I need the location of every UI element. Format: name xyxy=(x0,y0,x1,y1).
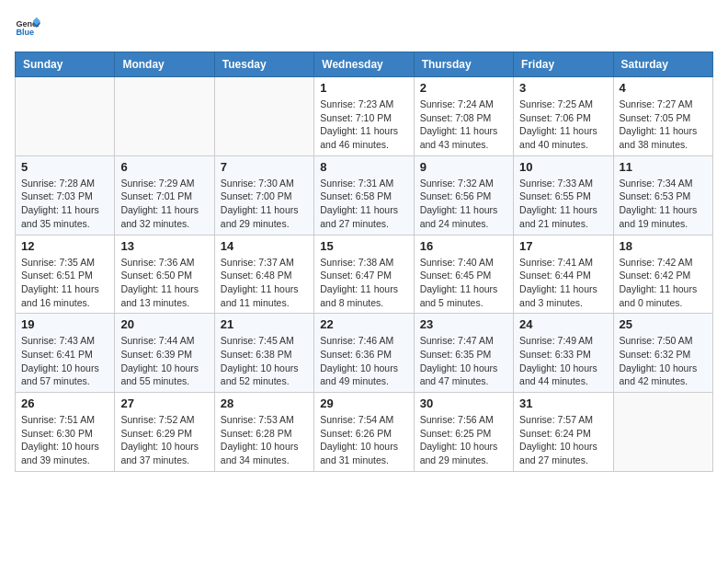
day-info: Sunrise: 7:40 AMSunset: 6:45 PMDaylight:… xyxy=(420,256,507,310)
day-info: Sunrise: 7:57 AMSunset: 6:24 PMDaylight:… xyxy=(519,413,607,467)
calendar-week-2: 5Sunrise: 7:28 AMSunset: 7:03 PMDaylight… xyxy=(16,155,713,235)
day-info: Sunrise: 7:38 AMSunset: 6:47 PMDaylight:… xyxy=(320,256,407,310)
day-info: Sunrise: 7:37 AMSunset: 6:48 PMDaylight:… xyxy=(221,256,308,310)
calendar-cell: 16Sunrise: 7:40 AMSunset: 6:45 PMDayligh… xyxy=(414,235,513,314)
calendar-cell: 19Sunrise: 7:43 AMSunset: 6:41 PMDayligh… xyxy=(16,314,115,393)
day-info: Sunrise: 7:31 AMSunset: 6:58 PMDaylight:… xyxy=(320,177,407,231)
day-number: 7 xyxy=(221,160,308,174)
calendar-cell: 13Sunrise: 7:36 AMSunset: 6:50 PMDayligh… xyxy=(115,235,214,314)
calendar-cell: 4Sunrise: 7:27 AMSunset: 7:05 PMDaylight… xyxy=(613,77,712,156)
header-friday: Friday xyxy=(514,52,613,77)
day-info: Sunrise: 7:29 AMSunset: 7:01 PMDaylight:… xyxy=(120,177,208,231)
day-number: 3 xyxy=(519,81,607,95)
calendar-cell: 10Sunrise: 7:33 AMSunset: 6:55 PMDayligh… xyxy=(514,155,613,235)
calendar-cell: 21Sunrise: 7:45 AMSunset: 6:38 PMDayligh… xyxy=(214,314,313,393)
calendar-cell: 29Sunrise: 7:54 AMSunset: 6:26 PMDayligh… xyxy=(314,393,414,472)
calendar-cell xyxy=(115,77,214,156)
day-number: 2 xyxy=(420,81,507,95)
day-number: 22 xyxy=(320,317,407,331)
day-number: 26 xyxy=(21,396,108,410)
day-info: Sunrise: 7:50 AMSunset: 6:32 PMDaylight:… xyxy=(620,334,707,388)
calendar-cell: 11Sunrise: 7:34 AMSunset: 6:53 PMDayligh… xyxy=(613,155,712,235)
calendar-cell: 9Sunrise: 7:32 AMSunset: 6:56 PMDaylight… xyxy=(414,155,513,235)
day-info: Sunrise: 7:45 AMSunset: 6:38 PMDaylight:… xyxy=(221,334,308,388)
calendar-cell: 2Sunrise: 7:24 AMSunset: 7:08 PMDaylight… xyxy=(414,77,513,156)
day-number: 10 xyxy=(519,160,607,174)
day-number: 19 xyxy=(21,317,108,331)
day-number: 23 xyxy=(420,317,507,331)
header-wednesday: Wednesday xyxy=(314,52,414,77)
calendar-cell xyxy=(16,77,115,156)
day-info: Sunrise: 7:35 AMSunset: 6:51 PMDaylight:… xyxy=(21,256,108,310)
header-tuesday: Tuesday xyxy=(214,52,313,77)
day-number: 27 xyxy=(120,396,208,410)
header-monday: Monday xyxy=(115,52,214,77)
logo-icon: General Blue xyxy=(15,15,40,40)
day-number: 14 xyxy=(221,239,308,253)
calendar-cell: 6Sunrise: 7:29 AMSunset: 7:01 PMDaylight… xyxy=(115,155,214,235)
calendar-cell: 31Sunrise: 7:57 AMSunset: 6:24 PMDayligh… xyxy=(514,393,613,472)
calendar-week-5: 26Sunrise: 7:51 AMSunset: 6:30 PMDayligh… xyxy=(16,393,713,472)
calendar-cell: 23Sunrise: 7:47 AMSunset: 6:35 PMDayligh… xyxy=(414,314,513,393)
day-info: Sunrise: 7:30 AMSunset: 7:00 PMDaylight:… xyxy=(221,177,308,231)
calendar-cell: 27Sunrise: 7:52 AMSunset: 6:29 PMDayligh… xyxy=(115,393,214,472)
page-header: General Blue xyxy=(15,15,713,40)
day-info: Sunrise: 7:32 AMSunset: 6:56 PMDaylight:… xyxy=(420,177,507,231)
day-info: Sunrise: 7:56 AMSunset: 6:25 PMDaylight:… xyxy=(420,413,507,467)
calendar-cell: 15Sunrise: 7:38 AMSunset: 6:47 PMDayligh… xyxy=(314,235,414,314)
day-info: Sunrise: 7:54 AMSunset: 6:26 PMDaylight:… xyxy=(320,413,407,467)
day-number: 30 xyxy=(420,396,507,410)
calendar-cell: 7Sunrise: 7:30 AMSunset: 7:00 PMDaylight… xyxy=(214,155,313,235)
day-number: 5 xyxy=(21,160,108,174)
day-number: 8 xyxy=(320,160,407,174)
day-info: Sunrise: 7:23 AMSunset: 7:10 PMDaylight:… xyxy=(320,98,407,152)
day-info: Sunrise: 7:33 AMSunset: 6:55 PMDaylight:… xyxy=(519,177,607,231)
calendar-week-3: 12Sunrise: 7:35 AMSunset: 6:51 PMDayligh… xyxy=(16,235,713,314)
day-info: Sunrise: 7:43 AMSunset: 6:41 PMDaylight:… xyxy=(21,334,108,388)
day-number: 11 xyxy=(620,160,707,174)
day-number: 31 xyxy=(519,396,607,410)
day-info: Sunrise: 7:27 AMSunset: 7:05 PMDaylight:… xyxy=(620,98,707,152)
day-info: Sunrise: 7:47 AMSunset: 6:35 PMDaylight:… xyxy=(420,334,507,388)
calendar-cell: 8Sunrise: 7:31 AMSunset: 6:58 PMDaylight… xyxy=(314,155,414,235)
day-number: 1 xyxy=(320,81,407,95)
day-number: 21 xyxy=(221,317,308,331)
header-saturday: Saturday xyxy=(613,52,712,77)
calendar: SundayMondayTuesdayWednesdayThursdayFrid… xyxy=(15,52,713,472)
day-info: Sunrise: 7:41 AMSunset: 6:44 PMDaylight:… xyxy=(519,256,607,310)
day-number: 25 xyxy=(620,317,707,331)
day-number: 29 xyxy=(320,396,407,410)
day-number: 20 xyxy=(120,317,208,331)
day-info: Sunrise: 7:28 AMSunset: 7:03 PMDaylight:… xyxy=(21,177,108,231)
day-info: Sunrise: 7:52 AMSunset: 6:29 PMDaylight:… xyxy=(120,413,208,467)
day-info: Sunrise: 7:49 AMSunset: 6:33 PMDaylight:… xyxy=(519,334,607,388)
header-sunday: Sunday xyxy=(16,52,115,77)
day-number: 24 xyxy=(519,317,607,331)
day-number: 18 xyxy=(620,239,707,253)
day-info: Sunrise: 7:24 AMSunset: 7:08 PMDaylight:… xyxy=(420,98,507,152)
day-info: Sunrise: 7:53 AMSunset: 6:28 PMDaylight:… xyxy=(221,413,308,467)
day-info: Sunrise: 7:44 AMSunset: 6:39 PMDaylight:… xyxy=(120,334,208,388)
calendar-cell: 26Sunrise: 7:51 AMSunset: 6:30 PMDayligh… xyxy=(16,393,115,472)
day-number: 15 xyxy=(320,239,407,253)
day-number: 13 xyxy=(120,239,208,253)
calendar-cell: 30Sunrise: 7:56 AMSunset: 6:25 PMDayligh… xyxy=(414,393,513,472)
calendar-week-1: 1Sunrise: 7:23 AMSunset: 7:10 PMDaylight… xyxy=(16,77,713,156)
calendar-cell: 24Sunrise: 7:49 AMSunset: 6:33 PMDayligh… xyxy=(514,314,613,393)
day-number: 16 xyxy=(420,239,507,253)
day-info: Sunrise: 7:34 AMSunset: 6:53 PMDaylight:… xyxy=(620,177,707,231)
calendar-cell: 1Sunrise: 7:23 AMSunset: 7:10 PMDaylight… xyxy=(314,77,414,156)
calendar-cell xyxy=(214,77,313,156)
day-info: Sunrise: 7:25 AMSunset: 7:06 PMDaylight:… xyxy=(519,98,607,152)
calendar-cell: 12Sunrise: 7:35 AMSunset: 6:51 PMDayligh… xyxy=(16,235,115,314)
day-number: 9 xyxy=(420,160,507,174)
calendar-header-row: SundayMondayTuesdayWednesdayThursdayFrid… xyxy=(16,52,713,77)
calendar-week-4: 19Sunrise: 7:43 AMSunset: 6:41 PMDayligh… xyxy=(16,314,713,393)
day-info: Sunrise: 7:51 AMSunset: 6:30 PMDaylight:… xyxy=(21,413,108,467)
day-number: 4 xyxy=(620,81,707,95)
day-info: Sunrise: 7:36 AMSunset: 6:50 PMDaylight:… xyxy=(120,256,208,310)
header-thursday: Thursday xyxy=(414,52,513,77)
calendar-cell: 25Sunrise: 7:50 AMSunset: 6:32 PMDayligh… xyxy=(613,314,712,393)
day-number: 17 xyxy=(519,239,607,253)
calendar-cell: 5Sunrise: 7:28 AMSunset: 7:03 PMDaylight… xyxy=(16,155,115,235)
